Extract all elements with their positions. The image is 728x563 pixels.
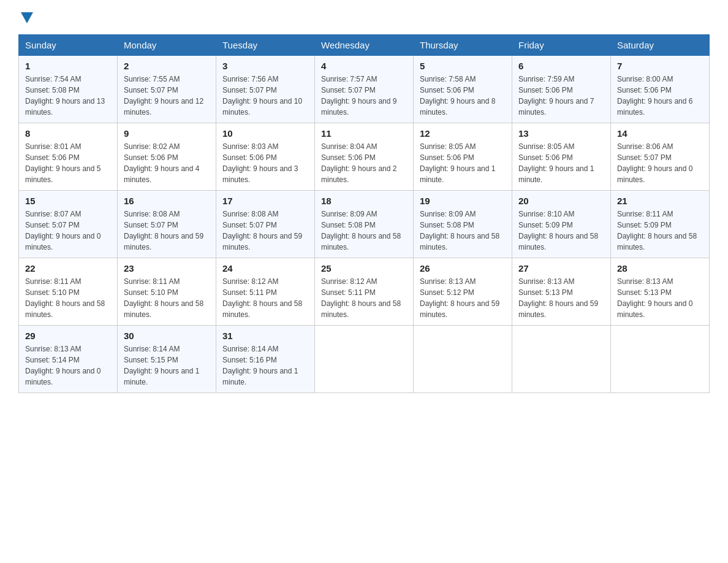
calendar-cell: 5 Sunrise: 7:58 AMSunset: 5:06 PMDayligh… bbox=[414, 56, 512, 123]
day-number: 12 bbox=[420, 128, 506, 139]
day-number: 27 bbox=[518, 263, 604, 274]
calendar-cell: 7 Sunrise: 8:00 AMSunset: 5:06 PMDayligh… bbox=[611, 56, 710, 123]
day-number: 3 bbox=[222, 61, 308, 71]
calendar-cell: 29 Sunrise: 8:13 AMSunset: 5:14 PMDaylig… bbox=[19, 326, 118, 393]
calendar-cell: 12 Sunrise: 8:05 AMSunset: 5:06 PMDaylig… bbox=[414, 123, 512, 191]
day-info: Sunrise: 8:13 AMSunset: 5:12 PMDaylight:… bbox=[420, 277, 499, 319]
day-number: 4 bbox=[321, 61, 407, 71]
calendar-cell: 11 Sunrise: 8:04 AMSunset: 5:06 PMDaylig… bbox=[315, 123, 414, 191]
calendar-week-row: 15 Sunrise: 8:07 AMSunset: 5:07 PMDaylig… bbox=[19, 191, 710, 258]
day-info: Sunrise: 8:04 AMSunset: 5:06 PMDaylight:… bbox=[321, 142, 396, 184]
day-info: Sunrise: 8:14 AMSunset: 5:16 PMDaylight:… bbox=[222, 345, 298, 386]
calendar-cell: 23 Sunrise: 8:11 AMSunset: 5:10 PMDaylig… bbox=[118, 258, 216, 326]
day-number: 19 bbox=[420, 196, 506, 206]
calendar-cell: 16 Sunrise: 8:08 AMSunset: 5:07 PMDaylig… bbox=[118, 191, 216, 258]
day-info: Sunrise: 8:13 AMSunset: 5:13 PMDaylight:… bbox=[617, 277, 692, 319]
day-number: 2 bbox=[124, 61, 210, 71]
day-number: 7 bbox=[617, 61, 703, 71]
calendar-cell: 15 Sunrise: 8:07 AMSunset: 5:07 PMDaylig… bbox=[19, 191, 118, 258]
calendar-cell: 18 Sunrise: 8:09 AMSunset: 5:08 PMDaylig… bbox=[315, 191, 414, 258]
day-info: Sunrise: 8:01 AMSunset: 5:06 PMDaylight:… bbox=[25, 142, 100, 184]
calendar-cell: 2 Sunrise: 7:55 AMSunset: 5:07 PMDayligh… bbox=[118, 56, 216, 123]
calendar-cell: 31 Sunrise: 8:14 AMSunset: 5:16 PMDaylig… bbox=[216, 326, 315, 393]
calendar-table: SundayMondayTuesdayWednesdayThursdayFrid… bbox=[18, 34, 710, 393]
calendar-header-row: SundayMondayTuesdayWednesdayThursdayFrid… bbox=[19, 35, 710, 56]
col-header-monday: Monday bbox=[118, 35, 216, 56]
day-number: 28 bbox=[617, 263, 703, 274]
calendar-week-row: 1 Sunrise: 7:54 AMSunset: 5:08 PMDayligh… bbox=[19, 56, 710, 123]
calendar-cell: 22 Sunrise: 8:11 AMSunset: 5:10 PMDaylig… bbox=[19, 258, 118, 326]
day-number: 6 bbox=[518, 61, 604, 71]
day-info: Sunrise: 8:07 AMSunset: 5:07 PMDaylight:… bbox=[25, 210, 100, 251]
day-number: 29 bbox=[25, 331, 111, 341]
calendar-cell bbox=[512, 326, 611, 393]
day-number: 31 bbox=[222, 331, 308, 341]
day-number: 17 bbox=[222, 196, 308, 206]
calendar-cell: 20 Sunrise: 8:10 AMSunset: 5:09 PMDaylig… bbox=[512, 191, 611, 258]
day-info: Sunrise: 8:00 AMSunset: 5:06 PMDaylight:… bbox=[617, 75, 692, 117]
calendar-cell: 24 Sunrise: 8:12 AMSunset: 5:11 PMDaylig… bbox=[216, 258, 315, 326]
calendar-week-row: 22 Sunrise: 8:11 AMSunset: 5:10 PMDaylig… bbox=[19, 258, 710, 326]
day-number: 23 bbox=[124, 263, 210, 274]
day-info: Sunrise: 7:54 AMSunset: 5:08 PMDaylight:… bbox=[25, 75, 105, 117]
day-number: 30 bbox=[124, 331, 210, 341]
day-number: 24 bbox=[222, 263, 308, 274]
day-info: Sunrise: 8:11 AMSunset: 5:10 PMDaylight:… bbox=[124, 277, 203, 319]
day-info: Sunrise: 8:09 AMSunset: 5:08 PMDaylight:… bbox=[321, 210, 401, 251]
logo-blue-text bbox=[18, 12, 33, 23]
day-number: 22 bbox=[25, 263, 111, 274]
calendar-cell: 26 Sunrise: 8:13 AMSunset: 5:12 PMDaylig… bbox=[414, 258, 512, 326]
day-info: Sunrise: 8:08 AMSunset: 5:07 PMDaylight:… bbox=[124, 210, 203, 251]
day-info: Sunrise: 8:12 AMSunset: 5:11 PMDaylight:… bbox=[222, 277, 302, 319]
day-number: 10 bbox=[222, 128, 308, 139]
calendar-cell bbox=[611, 326, 710, 393]
day-number: 20 bbox=[518, 196, 604, 206]
page-header bbox=[18, 12, 710, 23]
calendar-cell: 6 Sunrise: 7:59 AMSunset: 5:06 PMDayligh… bbox=[512, 56, 611, 123]
calendar-cell: 1 Sunrise: 7:54 AMSunset: 5:08 PMDayligh… bbox=[19, 56, 118, 123]
col-header-thursday: Thursday bbox=[414, 35, 512, 56]
calendar-cell: 14 Sunrise: 8:06 AMSunset: 5:07 PMDaylig… bbox=[611, 123, 710, 191]
calendar-cell: 19 Sunrise: 8:09 AMSunset: 5:08 PMDaylig… bbox=[414, 191, 512, 258]
day-info: Sunrise: 8:03 AMSunset: 5:06 PMDaylight:… bbox=[222, 142, 298, 184]
calendar-cell: 27 Sunrise: 8:13 AMSunset: 5:13 PMDaylig… bbox=[512, 258, 611, 326]
calendar-cell: 30 Sunrise: 8:14 AMSunset: 5:15 PMDaylig… bbox=[118, 326, 216, 393]
day-number: 26 bbox=[420, 263, 506, 274]
day-number: 16 bbox=[124, 196, 210, 206]
calendar-week-row: 8 Sunrise: 8:01 AMSunset: 5:06 PMDayligh… bbox=[19, 123, 710, 191]
calendar-cell: 21 Sunrise: 8:11 AMSunset: 5:09 PMDaylig… bbox=[611, 191, 710, 258]
day-number: 9 bbox=[124, 128, 210, 139]
logo-triangle-icon bbox=[21, 12, 33, 23]
logo bbox=[18, 12, 33, 23]
day-number: 13 bbox=[518, 128, 604, 139]
day-number: 5 bbox=[420, 61, 506, 71]
col-header-wednesday: Wednesday bbox=[315, 35, 414, 56]
calendar-cell: 3 Sunrise: 7:56 AMSunset: 5:07 PMDayligh… bbox=[216, 56, 315, 123]
day-info: Sunrise: 8:09 AMSunset: 5:08 PMDaylight:… bbox=[420, 210, 499, 251]
day-number: 25 bbox=[321, 263, 407, 274]
day-number: 8 bbox=[25, 128, 111, 139]
calendar-cell: 9 Sunrise: 8:02 AMSunset: 5:06 PMDayligh… bbox=[118, 123, 216, 191]
calendar-cell: 10 Sunrise: 8:03 AMSunset: 5:06 PMDaylig… bbox=[216, 123, 315, 191]
day-info: Sunrise: 8:11 AMSunset: 5:09 PMDaylight:… bbox=[617, 210, 697, 251]
day-info: Sunrise: 8:05 AMSunset: 5:06 PMDaylight:… bbox=[420, 142, 495, 184]
day-info: Sunrise: 8:06 AMSunset: 5:07 PMDaylight:… bbox=[617, 142, 692, 184]
calendar-cell: 25 Sunrise: 8:12 AMSunset: 5:11 PMDaylig… bbox=[315, 258, 414, 326]
col-header-sunday: Sunday bbox=[19, 35, 118, 56]
calendar-cell bbox=[414, 326, 512, 393]
day-info: Sunrise: 8:14 AMSunset: 5:15 PMDaylight:… bbox=[124, 345, 199, 386]
calendar-cell: 17 Sunrise: 8:08 AMSunset: 5:07 PMDaylig… bbox=[216, 191, 315, 258]
day-number: 1 bbox=[25, 61, 111, 71]
day-number: 15 bbox=[25, 196, 111, 206]
day-info: Sunrise: 8:08 AMSunset: 5:07 PMDaylight:… bbox=[222, 210, 302, 251]
day-number: 21 bbox=[617, 196, 703, 206]
day-number: 11 bbox=[321, 128, 407, 139]
day-info: Sunrise: 8:05 AMSunset: 5:06 PMDaylight:… bbox=[518, 142, 594, 184]
day-info: Sunrise: 7:57 AMSunset: 5:07 PMDaylight:… bbox=[321, 75, 396, 117]
day-info: Sunrise: 7:58 AMSunset: 5:06 PMDaylight:… bbox=[420, 75, 495, 117]
day-info: Sunrise: 8:10 AMSunset: 5:09 PMDaylight:… bbox=[518, 210, 598, 251]
day-info: Sunrise: 7:55 AMSunset: 5:07 PMDaylight:… bbox=[124, 75, 203, 117]
calendar-week-row: 29 Sunrise: 8:13 AMSunset: 5:14 PMDaylig… bbox=[19, 326, 710, 393]
day-info: Sunrise: 8:13 AMSunset: 5:14 PMDaylight:… bbox=[25, 345, 100, 386]
calendar-cell: 28 Sunrise: 8:13 AMSunset: 5:13 PMDaylig… bbox=[611, 258, 710, 326]
